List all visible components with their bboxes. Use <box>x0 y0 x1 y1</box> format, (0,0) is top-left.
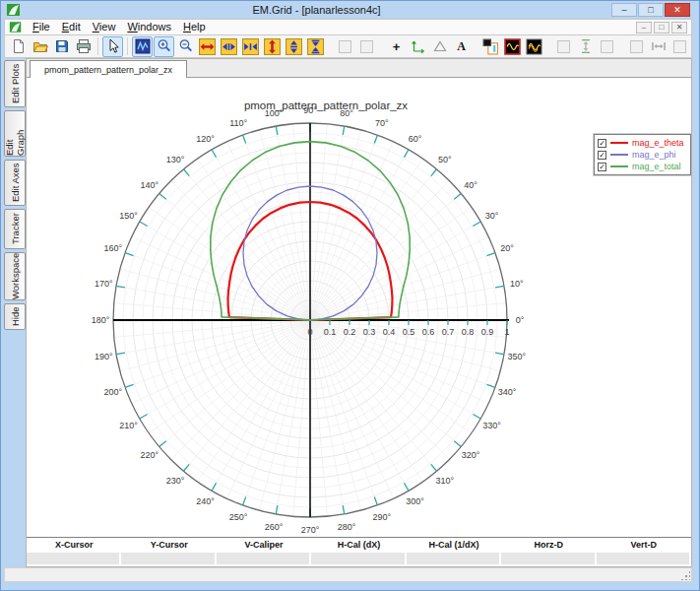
shrink-x-button[interactable] <box>240 36 261 57</box>
menu-help[interactable]: Help <box>177 20 212 34</box>
window-title: EM.Grid - [planarlesson4c] <box>22 4 611 16</box>
angle-tick <box>454 193 461 199</box>
shrink-y-button[interactable] <box>305 36 326 57</box>
legend-line-sample <box>610 165 628 167</box>
menu-edit[interactable]: Edit <box>56 20 87 34</box>
disabled-box-2-button[interactable] <box>356 36 377 57</box>
pointer-tool-button[interactable] <box>102 36 123 57</box>
text-annotation-button[interactable]: A <box>451 36 472 57</box>
sidebar-item-tracker[interactable]: Tracker <box>4 209 26 249</box>
menu-windows[interactable]: Windows <box>121 20 177 34</box>
new-file-icon <box>11 38 27 54</box>
slide-x-icon <box>221 38 237 55</box>
graph-dark-red-icon <box>504 38 521 55</box>
angle-label: 240° <box>196 496 215 506</box>
mdi-minimize-button[interactable]: – <box>636 22 652 33</box>
new-file-button[interactable] <box>8 36 29 57</box>
angle-tick <box>495 353 504 355</box>
open-file-button[interactable] <box>30 36 50 57</box>
sidebar-item-edit-axes[interactable]: Edit Axes <box>4 160 26 206</box>
menu-view[interactable]: View <box>87 20 122 34</box>
angle-label: 200° <box>104 387 123 397</box>
legend-checkbox-mag_e_total[interactable]: ✓ <box>598 163 606 171</box>
polar-chart: 00.10.20.30.40.50.60.70.80.910°10°20°30°… <box>27 78 691 537</box>
mdi-close-button[interactable]: ✕ <box>671 22 687 33</box>
grid-spoke <box>259 130 310 320</box>
sidebar-item-workspace[interactable]: Workspace <box>4 252 26 300</box>
measure-value-cell <box>27 553 121 564</box>
slide-x-button[interactable] <box>219 36 239 57</box>
sidebar-item-edit-plots[interactable]: Edit Plots <box>4 60 26 107</box>
disabled-box-4-button[interactable] <box>597 36 617 57</box>
tab-polar-plot[interactable]: pmom_pattern_pattern_polar_zx <box>30 60 187 78</box>
menu-bar: File Edit View Windows Help – □ ✕ <box>4 19 692 34</box>
save-button[interactable] <box>51 36 72 57</box>
printer-icon <box>76 38 92 54</box>
crosshair-button[interactable]: + <box>386 36 407 57</box>
disabled-box-3-button[interactable] <box>553 36 574 57</box>
plot-panel: 00.10.20.30.40.50.60.70.80.910°10°20°30°… <box>27 78 691 537</box>
empty-box-icon <box>673 40 686 53</box>
close-button[interactable]: ✕ <box>665 3 690 17</box>
empty-box-icon <box>557 40 570 53</box>
angle-label: 210° <box>119 421 138 430</box>
slope-marker-button[interactable] <box>429 36 450 57</box>
angle-label: 130° <box>166 155 185 164</box>
fit-horizontal-button[interactable] <box>648 36 668 57</box>
legend-line-sample <box>610 154 628 156</box>
angle-label: 310° <box>436 476 455 486</box>
legend-checkbox-mag_e_theta[interactable]: ✓ <box>598 139 606 148</box>
angle-label: 140° <box>141 180 159 190</box>
shrink-y-icon <box>307 38 324 55</box>
tracker-axes-button[interactable] <box>408 36 428 57</box>
status-bar <box>4 567 692 582</box>
maximize-button[interactable]: □ <box>638 3 664 17</box>
angle-label: 340° <box>498 387 517 397</box>
empty-box-icon <box>339 40 351 53</box>
new-graph-icon <box>482 38 499 55</box>
zoom-out-button[interactable] <box>175 36 196 57</box>
fit-to-view-button[interactable] <box>132 36 153 57</box>
graph-style-multi-button[interactable] <box>524 36 544 57</box>
angle-label: 30° <box>485 211 499 221</box>
angle-tick <box>473 222 480 227</box>
mdi-restore-button[interactable]: □ <box>654 22 669 33</box>
sidebar-item-edit-graph[interactable]: Edit Graph <box>4 110 26 157</box>
menu-file[interactable]: File <box>27 20 56 34</box>
fit-vertical-button[interactable] <box>575 36 596 57</box>
disabled-box-6-button[interactable] <box>669 36 690 57</box>
resize-grip[interactable] <box>680 570 690 580</box>
angle-tick <box>212 150 217 158</box>
radial-tick-label: 1 <box>504 327 509 337</box>
tracker-axes-icon <box>411 38 426 54</box>
legend-label-mag_e_theta: mag_e_theta <box>632 138 684 148</box>
disabled-box-5-button[interactable] <box>626 36 647 57</box>
sidebar-item-hide[interactable]: Hide <box>4 303 26 330</box>
angle-label: 220° <box>141 450 159 460</box>
radial-tick-label: 0.7 <box>442 327 455 337</box>
toolbar-separator <box>97 37 98 55</box>
print-button[interactable] <box>73 36 94 57</box>
radial-tick-label: 0 <box>307 327 312 337</box>
legend-checkbox-mag_e_phi[interactable]: ✓ <box>598 151 606 160</box>
angle-label: 150° <box>119 211 138 221</box>
disabled-box-1-button[interactable] <box>335 36 355 57</box>
zoom-in-button[interactable] <box>154 36 174 57</box>
angle-tick <box>125 384 133 387</box>
slide-y-icon <box>286 38 302 55</box>
minimize-button[interactable]: – <box>611 3 637 17</box>
angle-label: 230° <box>166 476 185 486</box>
radial-tick-label: 0.8 <box>462 327 475 337</box>
angle-tick <box>486 384 494 387</box>
angle-label: 280° <box>338 522 356 532</box>
new-graph-button[interactable] <box>480 36 501 57</box>
graph-style-dark-button[interactable] <box>502 36 523 57</box>
slide-y-button[interactable] <box>284 36 304 57</box>
angle-tick <box>276 126 278 135</box>
expand-y-button[interactable] <box>262 36 283 57</box>
expand-x-button[interactable] <box>197 36 218 57</box>
triangle-icon <box>432 38 448 54</box>
angle-label: 320° <box>462 450 480 460</box>
grid-spoke <box>310 320 361 510</box>
angle-label: 330° <box>482 421 501 430</box>
